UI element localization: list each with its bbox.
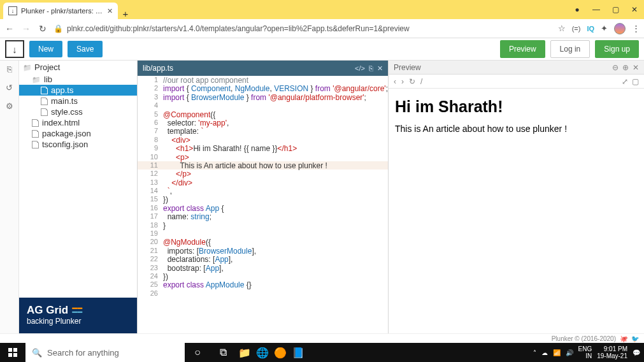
plunker-logo[interactable]: ↓ — [5, 40, 24, 58]
extensions-icon[interactable]: ✦ — [601, 24, 608, 33]
file-index-html[interactable]: index.html — [19, 117, 137, 128]
ag-grid-logo-icon — [72, 306, 86, 315]
code-line[interactable]: 21 imports: [BrowserModule], — [138, 247, 388, 255]
line-number: 14 — [138, 187, 163, 195]
file-icon — [41, 108, 48, 116]
chrome-menu-icon[interactable]: ⋮ — [632, 24, 640, 33]
folder-lib[interactable]: lib — [19, 74, 137, 85]
preview-popout-icon[interactable]: ▢ — [632, 77, 639, 86]
explorer-app-icon[interactable]: 📁 — [236, 343, 254, 362]
tray-sound-icon[interactable]: 🔊 — [566, 349, 573, 356]
address-bar[interactable]: 🔒 plnkr.co/edit/github:plnkr/starters/v1… — [54, 24, 553, 33]
history-rail-icon[interactable]: ↺ — [6, 83, 13, 92]
preview-zoom-in-icon[interactable]: ⊕ — [622, 63, 629, 72]
edge-app-icon[interactable]: 🌐 — [254, 343, 271, 362]
code-line[interactable]: 9 <h1>Hi im Sharath! {{ name }}</h1> — [138, 144, 388, 152]
window-close[interactable]: ✕ — [625, 1, 644, 18]
code-line[interactable]: 11 This is An article about how to use p… — [138, 161, 388, 170]
code-line[interactable]: 25export class AppModule {} — [138, 280, 388, 289]
files-rail-icon[interactable]: ⎘ — [7, 64, 12, 74]
code-line[interactable]: 15}) — [138, 195, 388, 203]
tray-arrow-icon[interactable]: ˄ — [533, 349, 536, 356]
line-code: }) — [163, 272, 168, 280]
task-view-icon[interactable]: ⧉ — [210, 343, 236, 362]
code-line[interactable]: 1//our root app component — [138, 76, 388, 84]
nav-back[interactable]: ← — [4, 24, 15, 34]
twitter-icon[interactable]: 🐦 — [631, 335, 639, 342]
tray-lang[interactable]: ENG IN — [578, 345, 592, 359]
code-line[interactable]: 3import { BrowserModule } from '@angular… — [138, 93, 388, 101]
code-line[interactable]: 18} — [138, 221, 388, 229]
login-button[interactable]: Log in — [550, 40, 590, 58]
code-line[interactable]: 19 — [138, 229, 388, 238]
nav-reload[interactable]: ↻ — [37, 24, 48, 34]
code-line[interactable]: 5@Component({ — [138, 110, 388, 119]
code-line[interactable]: 23 bootstrap: [App], — [138, 264, 388, 272]
project-root[interactable]: Project — [19, 61, 137, 74]
file-style-css[interactable]: style.css — [19, 106, 137, 117]
code-line[interactable]: 17 name: string; — [138, 212, 388, 221]
preview-refresh-icon[interactable]: ↻ — [409, 77, 415, 86]
code-line[interactable]: 22 declarations: [App], — [138, 255, 388, 263]
code-line[interactable]: 20@NgModule({ — [138, 238, 388, 246]
editor-tool-copy-icon[interactable]: ⎘ — [369, 64, 373, 73]
editor-tab[interactable]: lib/app.ts </> ⎘ ✕ — [138, 61, 388, 76]
file-app-ts[interactable]: app.ts — [19, 85, 137, 96]
line-number: 17 — [138, 212, 163, 221]
window-minimize[interactable]: — — [587, 1, 606, 18]
code-line[interactable]: 6 selector: 'my-app', — [138, 119, 388, 127]
taskbar-search[interactable]: 🔍 Search for anything — [25, 343, 185, 362]
ag-grid-banner[interactable]: AG Grid backing Plunker — [19, 298, 137, 333]
star-icon[interactable]: ☆ — [558, 24, 566, 33]
code-line[interactable]: 2import { Component, NgModule, VERSION }… — [138, 84, 388, 92]
file-icon — [32, 119, 39, 127]
save-button[interactable]: Save — [68, 41, 103, 57]
new-button[interactable]: New — [29, 41, 62, 57]
code-area[interactable]: 1//our root app component2import { Compo… — [138, 76, 388, 333]
file-main-ts[interactable]: main.ts — [19, 96, 137, 106]
line-code: selector: 'my-app', — [163, 119, 229, 127]
code-line[interactable]: 13 </div> — [138, 178, 388, 187]
github-icon[interactable]: 🐙 — [620, 335, 627, 342]
profile-avatar[interactable] — [614, 23, 626, 34]
window-maximize[interactable]: ▢ — [606, 1, 625, 18]
code-line[interactable]: 24}) — [138, 272, 388, 280]
editor-tool-close-icon[interactable]: ✕ — [377, 64, 383, 73]
other-app-icon[interactable]: 📘 — [289, 343, 307, 362]
line-number: 4 — [138, 101, 163, 110]
settings-rail-icon[interactable]: ⚙ — [6, 101, 13, 111]
file-package-json[interactable]: package.json — [19, 128, 137, 139]
tray-wifi-icon[interactable]: 📶 — [553, 349, 561, 356]
ext-icon[interactable]: (=) — [572, 25, 581, 33]
preview-fwd-icon[interactable]: › — [401, 77, 404, 86]
browser-tab[interactable]: ↓ Plunker - plnkr/starters: Starter te ✕ — [3, 3, 118, 19]
editor-tool-code-icon[interactable]: </> — [355, 64, 365, 73]
cortana-icon[interactable]: ○ — [185, 343, 210, 362]
code-line[interactable]: 26 — [138, 289, 388, 298]
unknown-circle-icon[interactable]: ● — [568, 1, 587, 18]
iq-icon[interactable]: IQ — [587, 25, 594, 33]
signup-button[interactable]: Sign up — [595, 40, 639, 58]
start-button[interactable] — [0, 343, 25, 362]
preview-zoom-out-icon[interactable]: ⊖ — [612, 63, 619, 72]
new-tab-button[interactable]: + — [118, 8, 133, 19]
code-line[interactable]: 10 <p> — [138, 153, 388, 161]
preview-close-icon[interactable]: ✕ — [633, 63, 639, 72]
code-line[interactable]: 16export class App { — [138, 204, 388, 212]
tray-notifications-icon[interactable]: 💬 — [633, 349, 640, 356]
code-line[interactable]: 14 `, — [138, 187, 388, 195]
code-line[interactable]: 7 template: ` — [138, 127, 388, 135]
tray-clock[interactable]: 9:01 PM 19-May-21 — [597, 345, 627, 359]
preview-back-icon[interactable]: ‹ — [394, 77, 396, 86]
preview-button[interactable]: Preview — [500, 40, 545, 58]
tab-close-icon[interactable]: ✕ — [107, 7, 113, 15]
preview-expand-icon[interactable]: ⤢ — [622, 77, 628, 86]
code-line[interactable]: 4 — [138, 101, 388, 110]
code-line[interactable]: 8 <div> — [138, 136, 388, 144]
code-line[interactable]: 12 </p> — [138, 170, 388, 178]
file-icon — [32, 130, 39, 138]
tray-cloud-icon[interactable]: ☁ — [541, 349, 548, 356]
svg-rect-3 — [13, 353, 17, 357]
chrome-app-icon[interactable]: 🟠 — [271, 343, 289, 362]
file-tsconfig-json[interactable]: tsconfig.json — [19, 139, 137, 150]
